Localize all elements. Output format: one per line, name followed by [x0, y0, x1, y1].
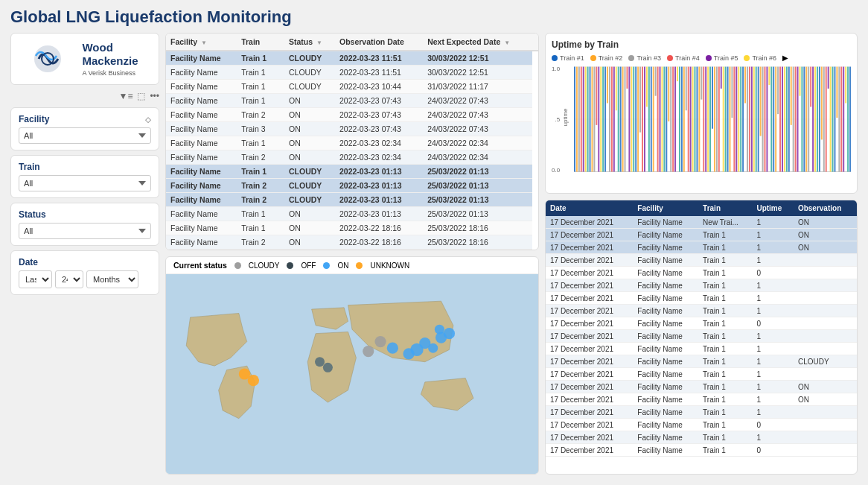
list-item[interactable]: 17 December 2021Facility NameTrain 11: [546, 431, 857, 444]
facility-dot[interactable]: [387, 343, 398, 354]
svg-rect-73: [721, 67, 722, 89]
list-item[interactable]: 17 December 2021Facility NameTrain 11ON: [546, 393, 857, 406]
facility-filter-icon: ◇: [145, 115, 151, 124]
list-item[interactable]: 17 December 2021Facility NameTrain 10: [546, 267, 857, 279]
table-row[interactable]: Facility NameTrain 3ON2022-03-22 18:1625…: [166, 250, 538, 250]
facility-dot-cloudy[interactable]: [363, 346, 374, 357]
list-item[interactable]: 17 December 2021Facility NameTrain 11: [546, 406, 857, 419]
date-unit-select[interactable]: Months: [86, 270, 138, 288]
bt-col-facility[interactable]: Facility: [633, 200, 698, 216]
export-icon[interactable]: ⬚: [137, 91, 145, 101]
list-item[interactable]: 17 December 2021Facility NameTrain 11: [546, 368, 857, 381]
date-period-select[interactable]: Last: [19, 270, 52, 288]
list-item[interactable]: 17 December 2021Facility NameTrain 11: [546, 343, 857, 355]
bottom-table-scroll[interactable]: Date Facility Train Uptime Observation 1…: [546, 200, 857, 474]
list-item[interactable]: 17 December 2021Facility NameTrain 11: [546, 330, 857, 343]
svg-rect-120: [823, 67, 825, 172]
svg-rect-104: [788, 67, 790, 172]
svg-rect-14: [591, 67, 593, 172]
facility-dot[interactable]: [403, 348, 414, 359]
bt-col-uptime[interactable]: Uptime: [752, 200, 794, 216]
off-dot: [287, 262, 293, 269]
svg-rect-114: [810, 67, 811, 107]
facility-dot-off[interactable]: [323, 363, 333, 373]
list-item[interactable]: 17 December 2021Facility NameTrain 10: [546, 419, 857, 431]
list-item[interactable]: 17 December 2021Facility NameNew Trai...…: [546, 216, 857, 229]
table-row[interactable]: Facility NameTrain 3ON2022-03-23 07:4324…: [166, 122, 538, 136]
svg-rect-39: [646, 67, 648, 107]
legend-dot-train6: [744, 55, 750, 61]
col-train[interactable]: Train: [237, 34, 284, 51]
svg-rect-115: [812, 67, 814, 172]
facility-dot[interactable]: [444, 328, 455, 339]
svg-rect-23: [611, 67, 613, 172]
svg-rect-121: [826, 67, 827, 172]
status-select[interactable]: All: [19, 223, 151, 239]
list-item[interactable]: 17 December 2021Facility NameTrain 11: [546, 279, 857, 292]
on-label: ON: [337, 261, 348, 270]
list-item[interactable]: 17 December 2021Facility NameTrain 11: [546, 254, 857, 267]
table-row[interactable]: Facility NameTrain 2CLOUDY2022-03-23 01:…: [166, 179, 538, 193]
world-map[interactable]: [166, 274, 538, 474]
table-row[interactable]: Facility NameTrain 1CLOUDY2022-03-23 11:…: [166, 66, 538, 80]
table-row[interactable]: Facility NameTrain 1ON2022-03-22 18:1625…: [166, 221, 538, 235]
table-row[interactable]: Facility NameTrain 1ON2022-03-23 07:4324…: [166, 94, 538, 108]
svg-rect-127: [838, 67, 840, 172]
list-item[interactable]: 17 December 2021Facility NameTrain 10: [546, 317, 857, 330]
list-item[interactable]: 17 December 2021Facility NameTrain 10: [546, 444, 857, 457]
more-icon[interactable]: •••: [150, 91, 159, 101]
list-item[interactable]: 17 December 2021Facility NameTrain 11CLO…: [546, 355, 857, 368]
y-mid-label: .5: [555, 116, 560, 123]
table-row[interactable]: Facility NameTrain 1ON2022-03-23 02:3424…: [166, 136, 538, 150]
svg-rect-22: [609, 67, 610, 172]
facility-dot[interactable]: [428, 343, 438, 353]
list-item[interactable]: 17 December 2021Facility NameTrain 11: [546, 305, 857, 317]
bt-col-train[interactable]: Train: [698, 200, 752, 216]
facility-dot-off[interactable]: [315, 357, 325, 367]
legend-more-icon[interactable]: ▶: [782, 54, 788, 62]
col-obs-date[interactable]: Observation Date: [335, 34, 423, 51]
list-item[interactable]: 17 December 2021Facility NameTrain 11: [546, 292, 857, 305]
filter-icon[interactable]: ▼≡: [119, 91, 133, 101]
col-status[interactable]: Status ▼: [284, 34, 335, 51]
table-row[interactable]: Facility NameTrain 2ON2022-03-23 02:3424…: [166, 150, 538, 165]
svg-rect-55: [681, 67, 683, 172]
table-row[interactable]: Facility NameTrain 2ON2022-03-23 07:4324…: [166, 108, 538, 122]
svg-rect-63: [698, 67, 700, 172]
svg-rect-43: [655, 67, 657, 96]
svg-rect-84: [744, 67, 746, 104]
list-item[interactable]: 17 December 2021Facility NameTrain 11ON: [546, 229, 857, 241]
main-data-table-container: Facility ▼ Train Status ▼ Observation Da…: [165, 33, 539, 250]
facility-dot-cloudy[interactable]: [374, 336, 386, 347]
uptime-chart-svg: Jul 2020 Jan 2021 Jul 2021: [574, 66, 851, 174]
svg-rect-6: [574, 67, 575, 172]
unknown-dot: [356, 262, 363, 269]
table-row[interactable]: Facility NameTrain 1CLOUDY2022-03-23 10:…: [166, 80, 538, 94]
facility-select[interactable]: All: [19, 127, 151, 144]
list-item[interactable]: 17 December 2021Facility NameTrain 11ON: [546, 241, 857, 254]
svg-rect-61: [695, 67, 696, 172]
table-row[interactable]: Facility NameTrain 2ON2022-03-22 18:1625…: [166, 235, 538, 250]
date-filter-label: Date: [19, 257, 151, 267]
train-select[interactable]: All: [19, 175, 151, 191]
svg-rect-88: [753, 67, 755, 172]
svg-rect-60: [692, 67, 694, 172]
table-row[interactable]: Facility NameTrain 1ON2022-03-23 01:1325…: [166, 207, 538, 221]
col-next-date[interactable]: Next Expected Date ▼: [423, 34, 532, 51]
svg-rect-37: [642, 67, 643, 172]
table-row[interactable]: Facility NameTrain 2CLOUDY2022-03-23 01:…: [166, 193, 538, 207]
date-amount-select[interactable]: 24: [55, 270, 83, 288]
svg-rect-48: [666, 67, 667, 172]
table-row[interactable]: Facility NameTrain 1CLOUDY2022-03-23 11:…: [166, 51, 538, 66]
table-row[interactable]: Facility NameTrain 1CLOUDY2022-03-23 01:…: [166, 165, 538, 179]
svg-rect-98: [775, 67, 776, 172]
facility-dot[interactable]: [435, 325, 444, 335]
bottom-table-container: Date Facility Train Uptime Observation 1…: [545, 200, 858, 475]
list-item[interactable]: 17 December 2021Facility NameTrain 11ON: [546, 381, 857, 393]
bt-col-observation[interactable]: Observation: [794, 200, 857, 216]
facility-dot-unknown[interactable]: [248, 375, 259, 386]
col-facility[interactable]: Facility ▼: [166, 34, 237, 51]
svg-rect-74: [723, 67, 724, 172]
svg-rect-81: [738, 67, 739, 172]
bt-col-date[interactable]: Date: [546, 200, 633, 216]
